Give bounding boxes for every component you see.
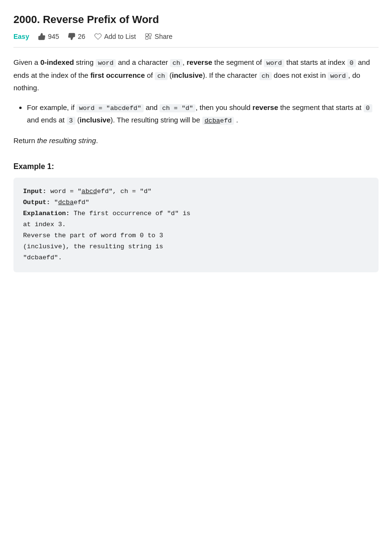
example1-code-block: Input: word = "abcdefd", ch = "d" Output… (13, 178, 379, 272)
difficulty-badge: Easy (13, 33, 29, 40)
add-to-list-label: Add to List (104, 33, 136, 40)
description-para-1: Given a 0-indexed string word and a char… (13, 56, 379, 95)
downvote-stat[interactable]: 26 (68, 33, 86, 40)
svg-rect-2 (146, 37, 148, 39)
bullet-item-1: For example, if word = "abcdefd" and ch … (27, 101, 379, 127)
svg-rect-0 (146, 34, 148, 36)
description-bullets: For example, if word = "abcdefd" and ch … (13, 101, 379, 127)
example1-heading: Example 1: (13, 162, 379, 171)
share-label: Share (155, 33, 172, 40)
thumbs-down-icon (68, 33, 75, 40)
heart-icon (94, 33, 102, 40)
problem-description: Given a 0-indexed string word and a char… (13, 56, 379, 147)
add-to-list-button[interactable]: Add to List (94, 33, 136, 40)
share-button[interactable]: Share (145, 33, 172, 40)
thumbs-up-icon (38, 33, 46, 40)
svg-rect-1 (148, 34, 151, 36)
upvote-stat[interactable]: 945 (38, 33, 59, 40)
downvote-count: 26 (78, 33, 86, 40)
share-icon (145, 33, 152, 40)
description-return: Return the resulting string. (13, 134, 379, 147)
problem-title: 2000. Reverse Prefix of Word (13, 13, 379, 26)
meta-row: Easy 945 26 Add to List Share (13, 33, 379, 48)
upvote-count: 945 (48, 33, 59, 40)
